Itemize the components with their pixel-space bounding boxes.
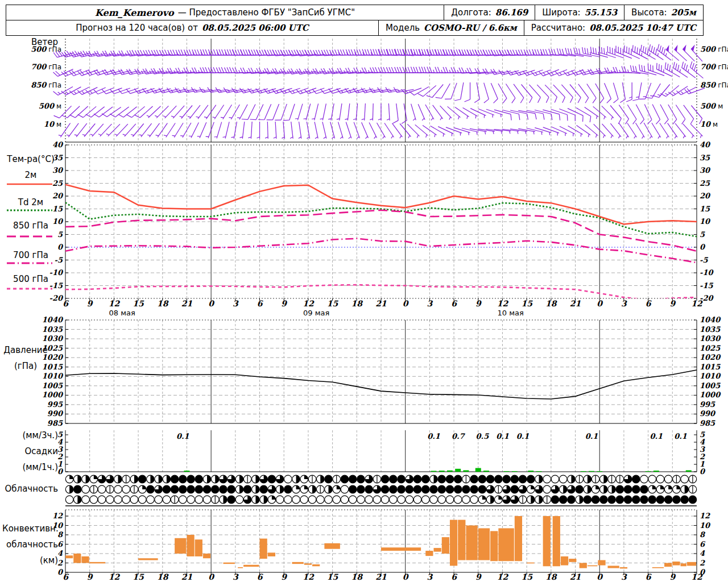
svg-text:3: 3 xyxy=(233,299,239,308)
svg-text:0.1: 0.1 xyxy=(585,432,598,440)
svg-text:25: 25 xyxy=(700,179,710,188)
svg-text:18: 18 xyxy=(545,572,557,581)
svg-text:6: 6 xyxy=(63,299,69,308)
svg-text:3: 3 xyxy=(621,299,627,308)
precip-panel-label-3: (мм/1ч.) xyxy=(2,463,58,472)
svg-text:6: 6 xyxy=(257,299,263,308)
svg-text:6: 6 xyxy=(257,572,263,581)
calc-cell: Рассчитано: 08.05.2025 10:47 UTC xyxy=(524,20,703,35)
svg-text:700гПа: 700гПа xyxy=(700,63,728,71)
svg-text:12: 12 xyxy=(691,572,703,581)
provider-text: — Предоставлено ФГБУ "ЗапСиб УГМС" xyxy=(178,7,355,18)
svg-text:3: 3 xyxy=(57,445,63,454)
pressure-series xyxy=(65,370,697,399)
svg-text:1040: 1040 xyxy=(700,315,721,324)
pressure-panel-label-1: Давление xyxy=(0,346,51,355)
svg-text:5: 5 xyxy=(700,430,705,439)
svg-text:4: 4 xyxy=(700,549,705,558)
svg-text:4: 4 xyxy=(700,438,705,446)
temp-panel-title: Тем-ра(°C) xyxy=(0,155,61,164)
svg-text:9: 9 xyxy=(475,299,482,308)
time-axis-labels: 6699121215151818212100336699121215151818… xyxy=(63,298,703,581)
longitude-label: Долгота: xyxy=(451,7,491,18)
svg-text:10м: 10м xyxy=(700,120,718,128)
precip-panel-label-2: Осадки xyxy=(2,447,58,456)
svg-text:12: 12 xyxy=(52,512,63,520)
convective-bars xyxy=(65,516,696,568)
svg-text:850гПа: 850гПа xyxy=(700,81,728,89)
svg-text:1: 1 xyxy=(57,460,63,468)
calc-label: Рассчитано: xyxy=(531,23,585,33)
svg-text:6: 6 xyxy=(451,572,457,581)
svg-text:21: 21 xyxy=(375,299,387,308)
header: Kem_Kemerovo — Предоставлено ФГБУ "ЗапСи… xyxy=(6,5,704,36)
svg-text:35: 35 xyxy=(700,153,710,162)
svg-text:12: 12 xyxy=(303,299,315,308)
forecast-run-time: 08.05.2025 06:00 UTC xyxy=(202,23,309,33)
svg-text:3: 3 xyxy=(427,299,433,308)
svg-text:1005: 1005 xyxy=(700,381,721,390)
svg-text:18: 18 xyxy=(157,572,169,581)
svg-text:9: 9 xyxy=(87,572,93,581)
legend-label-td2m: Td 2м xyxy=(3,198,58,207)
longitude-cell: Долгота: 86.169 xyxy=(444,5,535,20)
svg-text:9: 9 xyxy=(669,572,676,581)
svg-text:0: 0 xyxy=(597,572,603,581)
svg-text:3: 3 xyxy=(700,445,705,454)
latitude-value: 55.153 xyxy=(585,7,617,18)
svg-text:3: 3 xyxy=(621,572,627,581)
svg-text:0.1: 0.1 xyxy=(427,432,440,440)
svg-text:18: 18 xyxy=(351,299,363,308)
svg-text:-15: -15 xyxy=(700,281,713,290)
svg-text:40: 40 xyxy=(700,140,711,149)
svg-text:10: 10 xyxy=(700,217,711,226)
svg-text:-20: -20 xyxy=(700,294,714,302)
svg-text:8: 8 xyxy=(700,530,706,539)
svg-text:1040: 1040 xyxy=(42,315,64,324)
pressure-panel-label-2: (гПа) xyxy=(0,361,51,371)
svg-text:0.1: 0.1 xyxy=(650,432,663,440)
wind-level-labels: 500гПа500гПа700гПа700гПа850гПа850гПа500м… xyxy=(31,45,728,128)
svg-text:0: 0 xyxy=(208,572,214,581)
precip-bars: 0.10.10.70.50.10.10.10.10.1 xyxy=(176,432,692,472)
svg-text:2: 2 xyxy=(700,559,705,567)
altitude-value: 205м xyxy=(671,7,696,18)
wind-barbs xyxy=(53,44,705,139)
cloud-panel-title: Облачность xyxy=(2,484,58,494)
svg-text:0: 0 xyxy=(403,572,409,581)
altitude-cell: Высота: 205м xyxy=(624,5,703,20)
wind-panel-title: Ветер xyxy=(2,38,58,47)
svg-text:990: 990 xyxy=(700,409,716,418)
grid-horizontal xyxy=(65,142,697,572)
svg-text:10м: 10м xyxy=(44,120,61,128)
svg-text:1: 1 xyxy=(700,460,705,468)
svg-text:30: 30 xyxy=(700,166,711,174)
svg-text:-10: -10 xyxy=(700,268,714,277)
svg-text:1005: 1005 xyxy=(42,381,63,390)
svg-text:0: 0 xyxy=(700,467,706,476)
svg-text:500м: 500м xyxy=(39,102,61,110)
svg-text:9: 9 xyxy=(669,299,676,308)
svg-text:5: 5 xyxy=(700,230,705,239)
svg-text:6: 6 xyxy=(700,540,706,548)
legend-label-t850: 850 гПа xyxy=(3,221,58,231)
svg-text:40: 40 xyxy=(52,140,64,149)
svg-text:0: 0 xyxy=(700,568,706,576)
svg-text:0.1: 0.1 xyxy=(496,432,509,440)
svg-text:6: 6 xyxy=(646,572,652,581)
forecast-cell: Прогноз на 120 часа(ов) от 08.05.2025 06… xyxy=(6,20,378,35)
temperature-series xyxy=(65,185,697,300)
svg-text:985: 985 xyxy=(700,419,715,427)
svg-text:500гПа: 500гПа xyxy=(700,45,728,53)
svg-text:0: 0 xyxy=(57,243,64,251)
latitude-label: Широта: xyxy=(542,7,580,18)
svg-text:0.1: 0.1 xyxy=(674,432,687,440)
svg-text:1030: 1030 xyxy=(700,334,721,343)
svg-text:1000: 1000 xyxy=(700,390,721,399)
svg-text:21: 21 xyxy=(570,572,581,581)
svg-text:1010: 1010 xyxy=(700,372,721,380)
grid-vertical xyxy=(65,39,697,572)
svg-text:0: 0 xyxy=(700,243,706,251)
svg-text:6: 6 xyxy=(63,572,69,581)
svg-text:1035: 1035 xyxy=(42,325,63,334)
